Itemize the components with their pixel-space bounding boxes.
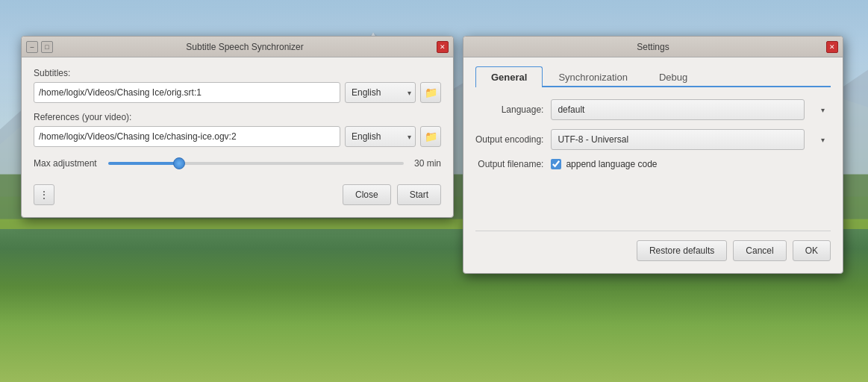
settings-dialog: Settings ✕ General Synchronization Debug… — [463, 36, 843, 274]
subtitles-lang-select[interactable]: English French German Auto — [345, 82, 416, 103]
sync-title-bar: – □ Subtitle Speech Synchronizer ✕ — [22, 37, 453, 57]
settings-tab-bar: General Synchronization Debug — [475, 66, 831, 87]
output-encoding-select-wrapper: UTF-8 - Universal UTF-16 ISO-8859-1 ASCI… — [551, 129, 831, 150]
settings-ok-btn[interactable]: OK — [793, 240, 831, 261]
tab-general[interactable]: General — [475, 66, 543, 87]
append-lang-code-label: append language code — [566, 159, 657, 169]
settings-title-bar: Settings ✕ — [463, 37, 843, 57]
output-encoding-select[interactable]: UTF-8 - Universal UTF-16 ISO-8859-1 ASCI… — [551, 129, 805, 150]
language-label: Language: — [475, 104, 543, 115]
close-button[interactable]: Close — [343, 184, 391, 205]
references-label: References (your video): — [34, 112, 441, 122]
max-adjustment-label: Max adjustment — [34, 158, 101, 169]
sync-dialog-content: Subtitles: English French German Auto 📁 … — [22, 57, 453, 217]
sync-close-controls: ✕ — [437, 41, 449, 53]
tab-synchronization[interactable]: Synchronization — [543, 66, 643, 87]
more-options-btn[interactable]: ⋮ — [34, 184, 54, 205]
slider-container — [108, 156, 404, 171]
references-row: English French German Auto 📁 — [34, 126, 441, 147]
sync-close-btn[interactable]: ✕ — [437, 41, 449, 53]
sync-minimize-btn[interactable]: – — [26, 41, 38, 53]
settings-close-btn[interactable]: ✕ — [826, 41, 838, 53]
settings-dialog-content: General Synchronization Debug Language: … — [463, 57, 843, 273]
sync-window-controls: – □ — [26, 41, 53, 53]
folder-icon: 📁 — [425, 87, 437, 98]
references-lang-select[interactable]: English French German Auto — [345, 126, 416, 147]
references-lang-wrapper: English French German Auto — [345, 126, 416, 147]
settings-dialog-title: Settings — [480, 42, 826, 52]
max-adjustment-slider[interactable] — [108, 162, 404, 165]
max-adjustment-row: Max adjustment 30 min — [34, 156, 441, 171]
restore-defaults-btn[interactable]: Restore defaults — [637, 240, 727, 261]
references-file-btn[interactable]: 📁 — [420, 126, 441, 147]
subtitles-input[interactable] — [34, 82, 340, 103]
output-encoding-label: Output encoding: — [475, 134, 543, 145]
max-adjustment-value: 30 min — [411, 158, 441, 169]
settings-close-controls: ✕ — [826, 41, 838, 53]
tab-debug[interactable]: Debug — [643, 66, 703, 87]
references-input[interactable] — [34, 126, 340, 147]
sync-dialog: – □ Subtitle Speech Synchronizer ✕ Subti… — [21, 36, 454, 218]
output-filename-row: append language code — [551, 159, 831, 169]
start-button[interactable]: Start — [397, 184, 441, 205]
settings-general-area: Language: default English French German … — [475, 99, 831, 219]
settings-form: Language: default English French German … — [475, 99, 831, 169]
settings-button-row: Restore defaults Cancel OK — [475, 231, 831, 261]
settings-cancel-btn[interactable]: Cancel — [733, 240, 786, 261]
subtitles-lang-wrapper: English French German Auto — [345, 82, 416, 103]
subtitles-row: English French German Auto 📁 — [34, 82, 441, 103]
language-select-wrapper: default English French German — [551, 99, 831, 120]
sync-button-row: ⋮ Close Start — [34, 184, 441, 205]
subtitles-file-btn[interactable]: 📁 — [420, 82, 441, 103]
sync-dialog-title: Subtitle Speech Synchronizer — [53, 42, 437, 52]
folder-icon-2: 📁 — [425, 131, 437, 143]
output-filename-label: Output filename: — [475, 159, 543, 169]
append-lang-code-checkbox[interactable] — [551, 159, 561, 169]
sync-maximize-btn[interactable]: □ — [41, 41, 53, 53]
subtitles-label: Subtitles: — [34, 68, 441, 78]
language-select[interactable]: default English French German — [551, 99, 805, 120]
